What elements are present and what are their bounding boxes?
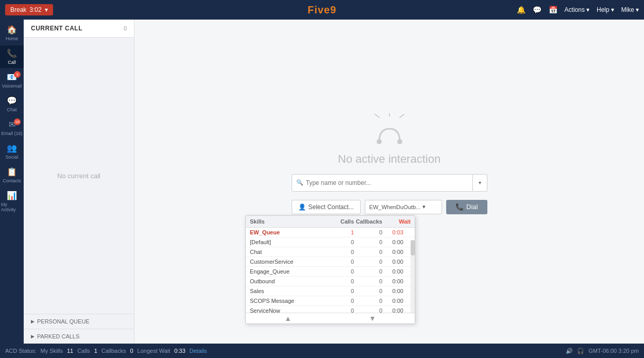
- chat-nav-icon: 💬: [7, 96, 17, 106]
- sidebar-item-home[interactable]: 🏠 Home: [0, 22, 24, 44]
- scroll-down-button[interactable]: ▼: [330, 314, 415, 322]
- speaker-icon[interactable]: 🎧: [577, 348, 584, 354]
- current-call-header: CURRENT CALL 0: [24, 20, 134, 38]
- table-row: ServiceNow 0 0 0:00: [246, 306, 415, 313]
- dial-button[interactable]: 📞 Dial: [446, 200, 487, 214]
- break-dropdown-icon: ▾: [45, 6, 48, 13]
- skills-rows: EW_Queue 1 0 0:03 [Default] 0 0 0:00 Cha…: [246, 228, 415, 313]
- skill-wait: 0:00: [382, 288, 411, 294]
- calls-label: Calls: [77, 348, 90, 354]
- statusbar: ACD Status: My Skills 11 Calls 1 Callbac…: [0, 344, 644, 358]
- skill-wait: 0:00: [382, 298, 411, 304]
- skills-table: Skills Calls Callbacks Wait EW_Queue 1 0…: [245, 215, 415, 324]
- sidebar-item-label: My Activity: [1, 202, 23, 212]
- skill-name: Chat: [250, 249, 326, 255]
- no-current-call: No current call: [24, 38, 134, 314]
- search-icon: 🔍: [296, 179, 303, 186]
- table-row: Outbound 0 0 0:00: [246, 277, 415, 286]
- table-row: Sales 0 0 0:00: [246, 286, 415, 296]
- header-calls: Calls: [326, 218, 354, 225]
- skill-calls: 0: [326, 259, 354, 265]
- sidebar-item-myactivity[interactable]: 📊 My Activity: [0, 187, 24, 215]
- table-scrollbar[interactable]: [411, 240, 415, 313]
- personal-queue-chevron: ▶: [31, 319, 35, 324]
- select-contact-button[interactable]: 👤 Select Contact...: [292, 200, 361, 214]
- break-timer: 3:02: [29, 6, 41, 13]
- break-button[interactable]: Break 3:02 ▾: [5, 4, 53, 15]
- sidebar-item-social[interactable]: 👥 Social: [0, 140, 24, 163]
- user-button[interactable]: Mike ▾: [621, 6, 639, 13]
- skill-callbacks: 0: [354, 229, 382, 235]
- svg-point-3: [377, 139, 382, 144]
- sidebar-item-label: Social: [6, 155, 19, 160]
- home-icon: 🏠: [7, 25, 17, 35]
- table-row: Engage_Queue 0 0 0:00: [246, 267, 415, 277]
- skill-calls: 0: [326, 249, 354, 255]
- search-dropdown-button[interactable]: ▾: [473, 174, 487, 192]
- layout: 🏠 Home 📞 Call 3 📧 Voicemail 💬 Chat 16 ✉ …: [0, 20, 644, 344]
- notifications-icon[interactable]: 🔔: [517, 6, 526, 14]
- contact-icon: 👤: [298, 203, 306, 211]
- skill-callbacks: 0: [354, 308, 382, 313]
- header-callbacks: Callbacks: [354, 218, 382, 225]
- parked-calls-section[interactable]: ▶ PARKED CALLS: [24, 329, 134, 344]
- email-badge: 16: [14, 118, 21, 125]
- skill-calls: 0: [326, 308, 354, 313]
- callbacks-value: 0: [130, 348, 133, 354]
- topbar-right: 🔔 💬 📅 Actions ▾ Help ▾ Mike ▾: [517, 6, 639, 14]
- app-logo: Five9: [308, 4, 336, 16]
- search-input[interactable]: [306, 179, 468, 186]
- sidebar-item-call[interactable]: 📞 Call: [0, 45, 24, 68]
- break-label: Break: [10, 6, 26, 13]
- callbacks-label: Callbacks: [101, 348, 126, 354]
- sidebar-item-contacts[interactable]: 📋 Contacts: [0, 164, 24, 186]
- sidebar-item-email[interactable]: 16 ✉ Email (16): [0, 116, 24, 139]
- svg-line-0: [375, 114, 379, 117]
- sidebar-item-label: Chat: [7, 107, 16, 112]
- table-row: CustomerService 0 0 0:00: [246, 257, 415, 267]
- sidenav: 🏠 Home 📞 Call 3 📧 Voicemail 💬 Chat 16 ✉ …: [0, 20, 24, 344]
- scroll-up-button[interactable]: ▲: [246, 314, 330, 322]
- calendar-icon[interactable]: 📅: [549, 6, 557, 14]
- voicemail-badge: 3: [14, 71, 21, 78]
- parked-calls-chevron: ▶: [31, 334, 35, 339]
- main-content: No active interaction 🔍 ▾ 👤 Select Conta…: [134, 20, 644, 344]
- campaign-dropdown-icon: ▾: [422, 203, 426, 210]
- skills-table-header: Skills Calls Callbacks Wait: [246, 216, 415, 228]
- skill-callbacks: 0: [354, 298, 382, 304]
- scroll-thumb: [411, 240, 415, 255]
- skill-wait: 0:00: [382, 259, 411, 265]
- phone-ringing-icon: [369, 113, 410, 144]
- skill-calls: 0: [326, 268, 354, 275]
- skill-calls: 0: [326, 288, 354, 294]
- action-row: 👤 Select Contact... EW_WhenDuOutb... ▾ 📞…: [292, 200, 487, 214]
- actions-button[interactable]: Actions ▾: [565, 6, 589, 13]
- acd-status-label: ACD Status:: [5, 348, 37, 354]
- my-skills-label: My Skills: [41, 348, 63, 354]
- campaign-dropdown-button[interactable]: EW_WhenDuOutb... ▾: [365, 200, 443, 214]
- volume-icon[interactable]: 🔊: [566, 348, 573, 354]
- skill-callbacks: 0: [354, 249, 382, 255]
- timezone-display: GMT-06:00 3:20 pm: [588, 348, 639, 354]
- sidebar-item-chat[interactable]: 💬 Chat: [0, 93, 24, 115]
- skill-calls: 0: [326, 239, 354, 245]
- personal-queue-section[interactable]: ▶ PERSONAL QUEUE: [24, 314, 134, 329]
- dial-row: 🔍 ▾: [292, 174, 487, 192]
- skill-wait: 0:00: [382, 249, 411, 255]
- table-row: EW_Queue 1 0 0:03: [246, 228, 415, 237]
- sidebar-item-label: Voicemail: [2, 83, 22, 89]
- chat-icon[interactable]: 💬: [533, 6, 541, 14]
- skill-name: Sales: [250, 288, 326, 294]
- sidebar-item-voicemail[interactable]: 3 📧 Voicemail: [0, 69, 24, 92]
- phone-icon-area: [369, 113, 410, 144]
- svg-point-4: [397, 139, 402, 144]
- parked-calls-label: PARKED CALLS: [37, 333, 79, 339]
- personal-queue-label: PERSONAL QUEUE: [37, 318, 90, 325]
- skill-name: CustomerService: [250, 259, 326, 265]
- details-link[interactable]: Details: [190, 348, 207, 354]
- sidebar-item-label: Contacts: [3, 178, 21, 183]
- help-button[interactable]: Help ▾: [597, 6, 614, 13]
- search-container: 🔍: [292, 174, 473, 192]
- contacts-icon: 📋: [7, 167, 17, 177]
- call-icon: 📞: [7, 48, 17, 58]
